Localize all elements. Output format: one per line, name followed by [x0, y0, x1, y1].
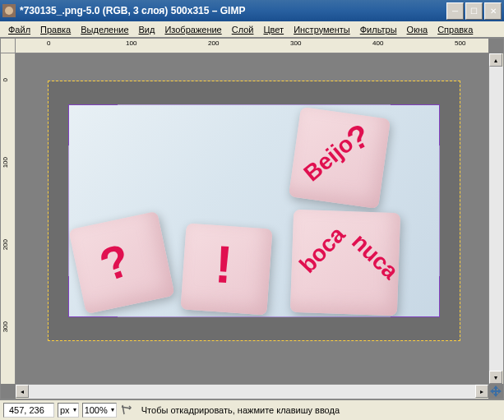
ruler-v-tick: 0	[2, 78, 9, 81]
scroll-down-button[interactable]: ▾	[489, 371, 502, 384]
dice-face-text: nuca	[346, 228, 403, 284]
scroll-right-button[interactable]: ▸	[475, 385, 488, 398]
scroll-up-button[interactable]: ▴	[489, 53, 502, 67]
zoom-select[interactable]: 100%	[82, 403, 117, 418]
ruler-h-tick: 0	[47, 39, 50, 47]
window-title: *730135_.png-5.0 (RGB, 3 слоя) 500x315 –…	[20, 5, 446, 16]
close-button[interactable]: ✕	[484, 2, 502, 20]
menu-image[interactable]: Изображение	[160, 23, 226, 36]
menu-file[interactable]: Файл	[3, 23, 35, 36]
navigation-icon[interactable]	[489, 385, 502, 398]
status-hint: Чтобы откадрировать, нажмите клавишу вво…	[136, 404, 501, 417]
ruler-corner[interactable]	[1, 39, 16, 53]
status-bar: 457, 236 px 100% Чтобы откадрировать, на…	[0, 399, 504, 419]
ruler-h-tick: 500	[455, 39, 465, 47]
menu-help[interactable]: Справка	[432, 23, 478, 36]
maximize-button[interactable]: ☐	[465, 2, 483, 20]
menu-edit[interactable]: Правка	[35, 23, 76, 36]
menu-windows[interactable]: Окна	[402, 23, 433, 36]
menu-layer[interactable]: Слой	[227, 23, 259, 36]
app-icon	[2, 4, 16, 17]
canvas-viewport[interactable]: ? ! ? Beijo boca nuca	[16, 53, 488, 384]
menu-color[interactable]: Цвет	[258, 23, 289, 36]
menu-view[interactable]: Вид	[134, 23, 160, 36]
unit-select[interactable]: px	[58, 403, 79, 418]
dice-face-text: boca	[294, 221, 350, 278]
image-content: ? ! ? Beijo boca nuca	[68, 104, 440, 317]
dice-face-text: ?	[93, 233, 137, 293]
dice-face-text: !	[213, 233, 234, 295]
ruler-horizontal[interactable]: 0 100 200 300 400 500	[16, 39, 488, 53]
status-coords: 457, 236	[3, 403, 54, 418]
ruler-v-tick: 200	[2, 239, 9, 250]
ruler-h-tick: 100	[126, 39, 136, 47]
menu-filters[interactable]: Фильтры	[355, 23, 402, 36]
scrollbar-vertical[interactable]: ▴ ▾	[488, 53, 503, 384]
ruler-v-tick: 300	[2, 321, 9, 332]
ruler-h-tick: 200	[208, 39, 219, 47]
ruler-v-tick: 100	[2, 157, 9, 168]
scroll-left-button[interactable]: ◂	[16, 385, 29, 398]
ruler-h-tick: 400	[372, 39, 383, 47]
workspace: 0 100 200 300 400 500 0 100 200 300 ? !	[0, 38, 504, 399]
menu-select[interactable]: Выделение	[76, 23, 133, 36]
svg-point-1	[5, 7, 13, 15]
crop-tool-icon	[120, 404, 133, 417]
ruler-vertical[interactable]: 0 100 200 300	[1, 53, 16, 384]
scrollbar-horizontal[interactable]: ◂ ▸	[16, 384, 488, 399]
canvas[interactable]: ? ! ? Beijo boca nuca	[49, 81, 460, 340]
title-bar: *730135_.png-5.0 (RGB, 3 слоя) 500x315 –…	[0, 0, 504, 21]
minimize-button[interactable]: ─	[446, 2, 464, 20]
menu-bar: Файл Правка Выделение Вид Изображение Сл…	[0, 21, 504, 38]
ruler-h-tick: 300	[290, 39, 301, 47]
menu-tools[interactable]: Инструменты	[289, 23, 355, 36]
